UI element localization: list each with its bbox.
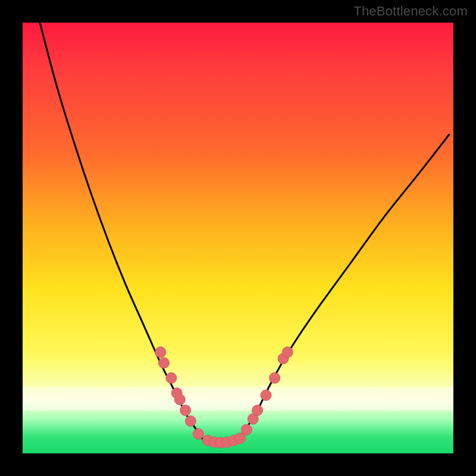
left-curve [40, 23, 203, 440]
data-marker [155, 347, 166, 358]
data-marker [193, 428, 203, 439]
data-marker [185, 416, 196, 427]
chart-svg [23, 23, 453, 453]
data-marker [166, 372, 177, 383]
data-marker [252, 405, 263, 416]
outer-frame: TheBottleneck.com [0, 0, 476, 476]
data-marker [270, 372, 280, 383]
data-marker [241, 424, 252, 435]
data-marker [180, 405, 191, 416]
data-marker [282, 347, 293, 358]
data-marker [158, 358, 169, 368]
watermark-text: TheBottleneck.com [353, 4, 468, 19]
data-marker [261, 390, 271, 400]
data-marker [174, 394, 185, 405]
marker-group [155, 347, 293, 448]
plot-area [23, 23, 453, 453]
